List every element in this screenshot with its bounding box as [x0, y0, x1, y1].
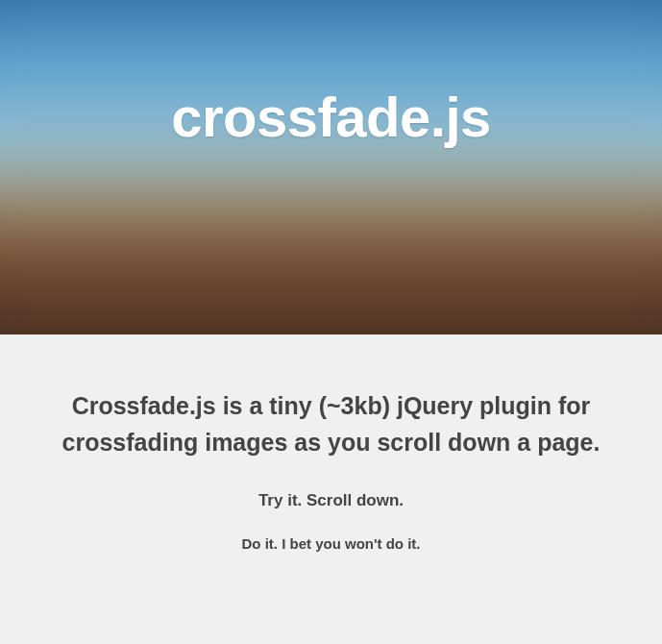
instruction-secondary: Do it. I bet you won't do it.	[48, 535, 614, 552]
hero-banner: crossfade.js	[0, 0, 662, 334]
hero-title: crossfade.js	[171, 85, 491, 149]
headline-text: Crossfade.js is a tiny (~3kb) jQuery plu…	[48, 388, 614, 460]
instruction-primary: Try it. Scroll down.	[48, 491, 614, 510]
content-section: Crossfade.js is a tiny (~3kb) jQuery plu…	[0, 334, 662, 590]
